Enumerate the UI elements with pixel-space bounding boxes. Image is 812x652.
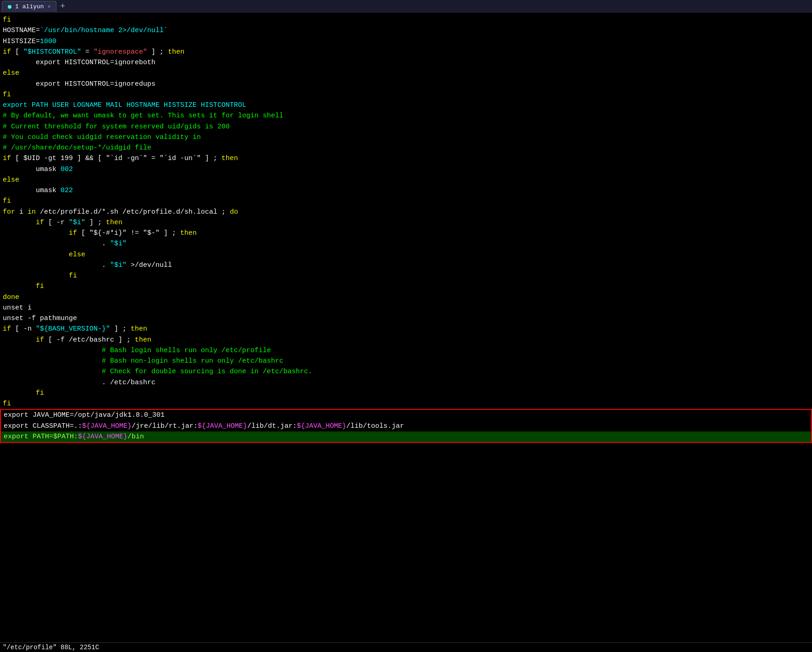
code-line: if [ -r "$i" ] ; then: [0, 217, 812, 228]
code-line: umask 002: [0, 164, 812, 175]
code-line: # Bash login shells run only /etc/profil…: [0, 345, 812, 356]
code-line: else: [0, 68, 812, 78]
status-text: "/etc/profile" 88L, 2251C: [3, 644, 99, 651]
code-line: fi: [0, 398, 812, 409]
code-line: fi: [0, 15, 812, 25]
terminal-tab[interactable]: 1 aliyun ×: [2, 1, 56, 12]
code-line: export PATH=$PATH:${JAVA_HOME}/bin: [1, 431, 811, 442]
code-line: unset -f pathmunge: [0, 313, 812, 324]
code-line: fi: [0, 196, 812, 206]
code-line: if [ $UID -gt 199 ] && [ "`id -gn`" = "`…: [0, 153, 812, 164]
code-line: export CLASSPATH=.:${JAVA_HOME}/jre/lib/…: [1, 421, 811, 431]
highlighted-export-block: export JAVA_HOME=/opt/java/jdk1.8.0_301e…: [0, 409, 812, 443]
code-line: else: [0, 249, 812, 260]
code-line: export PATH USER LOGNAME MAIL HOSTNAME H…: [0, 100, 812, 111]
code-line: # /usr/share/doc/setup-*/uidgid file: [0, 143, 812, 153]
code-line: export JAVA_HOME=/opt/java/jdk1.8.0_301: [1, 410, 811, 420]
code-line: . "$i" >/dev/null: [0, 260, 812, 271]
code-line: HOSTNAME=`/usr/bin/hostname 2>/dev/null`: [0, 25, 812, 36]
tab-close-icon[interactable]: ×: [48, 4, 51, 10]
code-line: if [ -f /etc/bashrc ] ; then: [0, 335, 812, 345]
code-line: fi: [0, 281, 812, 292]
status-bar: "/etc/profile" 88L, 2251C: [0, 642, 812, 652]
code-line: HISTSIZE=1000: [0, 36, 812, 47]
code-line: . /etc/bashrc: [0, 377, 812, 388]
code-line: if [ "${-#*i}" != "$-" ] ; then: [0, 228, 812, 238]
code-line: # Current threshold for system reserved …: [0, 122, 812, 132]
code-line: fi: [0, 388, 812, 398]
code-line: export HISTCONTROL=ignoreboth: [0, 57, 812, 68]
code-line: # You could check uidgid reservation val…: [0, 132, 812, 143]
code-line: for i in /etc/profile.d/*.sh /etc/profil…: [0, 207, 812, 217]
code-line: if [ "$HISTCONTROL" = "ignorespace" ] ; …: [0, 47, 812, 57]
code-line: # Check for double sourcing is done in /…: [0, 366, 812, 377]
tab-dot: [8, 5, 11, 9]
code-line: umask 022: [0, 185, 812, 196]
code-line: . "$i": [0, 238, 812, 249]
code-area: fiHOSTNAME=`/usr/bin/hostname 2>/dev/nul…: [0, 13, 812, 443]
code-line: unset i: [0, 303, 812, 313]
new-tab-button[interactable]: +: [56, 2, 69, 11]
tab-bar: 1 aliyun × +: [0, 0, 812, 13]
code-line: else: [0, 175, 812, 185]
code-line: if [ -n "${BASH_VERSION-}" ] ; then: [0, 324, 812, 334]
code-line: fi: [0, 89, 812, 100]
code-line: done: [0, 292, 812, 303]
code-line: # Bash non-login shells run only /etc/ba…: [0, 356, 812, 366]
code-line: # By default, we want umask to get set. …: [0, 111, 812, 121]
code-line: fi: [0, 271, 812, 281]
tab-number: 1: [15, 3, 19, 10]
tab-name: aliyun: [22, 3, 44, 10]
code-line: export HISTCONTROL=ignoredups: [0, 79, 812, 89]
